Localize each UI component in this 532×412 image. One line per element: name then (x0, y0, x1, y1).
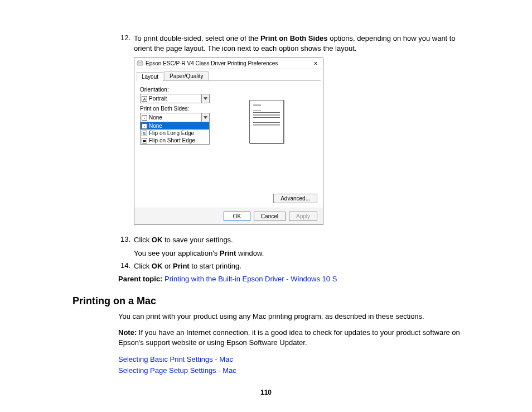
tab-paper-quality[interactable]: Paper/Quality (165, 71, 209, 80)
dialog-tabs: Layout Paper/Quality (137, 71, 321, 81)
tab-layout[interactable]: Layout (137, 72, 163, 81)
page-none-icon: ▫ (142, 115, 147, 121)
chevron-down-icon (201, 94, 209, 103)
step-13: 13. Click OK to save your settings. (118, 235, 462, 245)
ok-button[interactable]: OK (224, 212, 250, 221)
advanced-button[interactable]: Advanced... (273, 194, 317, 203)
page-number: 110 (0, 389, 532, 396)
layout-preview (215, 84, 317, 189)
step-number: 13. (118, 235, 134, 245)
dialog-titlebar: Epson ESC/P-R V4 Class Driver Printing P… (134, 58, 323, 69)
step-text: To print double-sided, select one of the… (134, 33, 462, 53)
step-12: 12. To print double-sided, select one of… (118, 33, 462, 53)
page-none-icon: ▫ (142, 123, 147, 129)
flip-long-icon: ⇅ (142, 131, 147, 136)
duplex-dropdown: ▫ None ⇅ Flip on Long Edge ⇄ Flip on Sho… (140, 122, 210, 145)
note-paragraph: Note: If you have an Internet connection… (118, 328, 462, 347)
apply-button[interactable]: Apply (289, 212, 317, 221)
parent-topic-link[interactable]: Printing with the Built-in Epson Driver … (165, 275, 337, 283)
svg-rect-1 (138, 60, 142, 62)
intro-paragraph: You can print with your product using an… (118, 312, 462, 322)
duplex-value: None (149, 114, 162, 121)
chevron-down-icon (201, 113, 209, 122)
portrait-icon: A (142, 96, 147, 102)
step-number: 12. (118, 33, 134, 53)
flip-short-icon: ⇄ (142, 138, 147, 143)
orientation-combo[interactable]: A Portrait (140, 94, 210, 103)
close-button[interactable]: × (311, 60, 321, 68)
dialog-title: Epson ESC/P-R V4 Class Driver Printing P… (146, 60, 311, 66)
duplex-combo[interactable]: ▫ None (140, 113, 210, 122)
printing-preferences-dialog: Epson ESC/P-R V4 Class Driver Printing P… (134, 58, 323, 225)
step-13-sub: You see your application's Print window. (134, 248, 462, 258)
parent-topic-line: Parent topic: Printing with the Built-in… (118, 275, 462, 283)
step-text: Click OK or Print to start printing. (134, 261, 462, 271)
link-basic-print-settings[interactable]: Selecting Basic Print Settings - Mac (118, 355, 233, 363)
option-none[interactable]: ▫ None (141, 122, 209, 130)
step-14: 14. Click OK or Print to start printing. (118, 261, 462, 271)
related-links: Selecting Basic Print Settings - Mac Sel… (118, 354, 462, 376)
option-flip-short[interactable]: ⇄ Flip on Short Edge (141, 137, 209, 144)
option-flip-long[interactable]: ⇅ Flip on Long Edge (141, 130, 209, 137)
orientation-label: Orientation: (140, 87, 215, 93)
step-text: Click OK to save your settings. (134, 235, 462, 245)
duplex-label: Print on Both Sides: (140, 106, 215, 112)
cancel-button[interactable]: Cancel (254, 212, 286, 221)
app-icon (137, 60, 143, 67)
orientation-value: Portrait (149, 95, 167, 102)
page-preview-icon (249, 100, 284, 143)
step-number: 14. (118, 261, 134, 271)
section-heading: Printing on a Mac (72, 295, 462, 307)
link-page-setup-settings[interactable]: Selecting Page Setup Settings - Mac (118, 366, 236, 375)
